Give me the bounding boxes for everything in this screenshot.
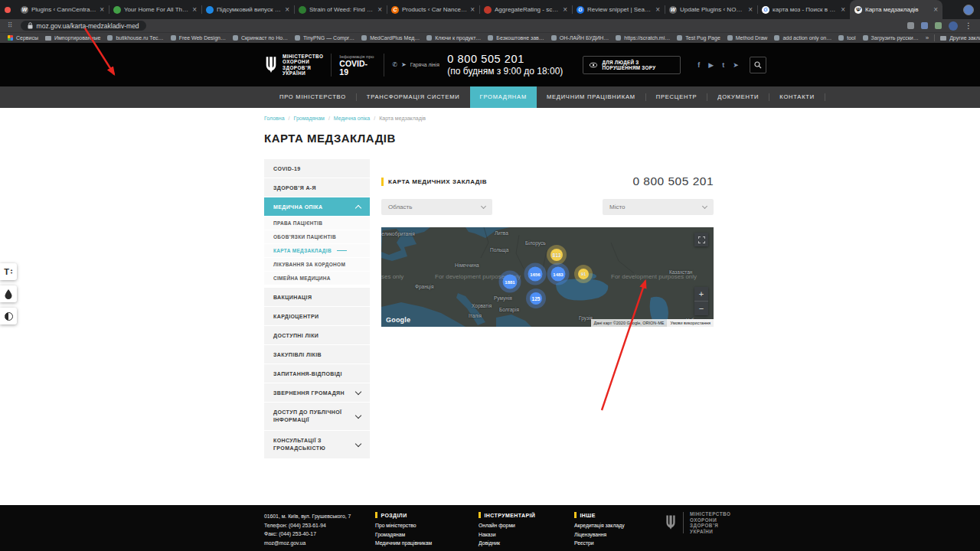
sidebar-item-covid[interactable]: COVID-19: [264, 159, 370, 178]
breadcrumb-link[interactable]: Громадянам: [294, 116, 325, 121]
map-fullscreen-button[interactable]: [694, 233, 708, 246]
sidebar-item-faq[interactable]: ЗАПИТАННЯ-ВІДПОВІДІ: [264, 364, 370, 383]
other-bookmarks-folder[interactable]: Другие закладки: [940, 35, 980, 41]
profile-avatar-icon[interactable]: [949, 21, 958, 31]
nav-item[interactable]: МЕДИЧНИМ ПРАЦІВНИКАМ: [537, 86, 645, 108]
sidebar-item-medicines[interactable]: ДОСТУПНІ ЛІКИ: [264, 326, 370, 344]
window-control-dot[interactable]: [5, 7, 11, 13]
contrast-button[interactable]: [0, 308, 17, 324]
tab-close-icon[interactable]: ×: [377, 6, 382, 14]
map-cluster[interactable]: 1483: [551, 267, 566, 282]
email-link[interactable]: moz@moz.gov.ua: [264, 539, 351, 548]
nav-item[interactable]: ТРАНСФОРМАЦІЯ СИСТЕМИ: [357, 86, 470, 108]
region-select[interactable]: Область: [381, 199, 492, 215]
nav-item[interactable]: ПРО МІНІСТЕРСТВО: [270, 86, 356, 108]
browser-tab[interactable]: GReview snippet | Search for G…×: [572, 0, 665, 19]
bookmark-item[interactable]: add action only on…: [774, 35, 831, 41]
bookmark-item[interactable]: tool: [838, 35, 855, 41]
sidebar-subitem[interactable]: ЛІКУВАННЯ ЗА КОРДОНОМ: [264, 258, 370, 271]
sidebar-item-vaccination[interactable]: ВАКЦИНАЦІЯ: [264, 288, 370, 306]
sidebar-item-consultations[interactable]: КОНСУЛЬТАЦІЇ З ГРОМАДСЬКІСТЮ: [264, 431, 370, 458]
profile-avatar[interactable]: [963, 5, 974, 15]
sidebar-item-procurement[interactable]: ЗАКУПІВЛІ ЛІКІВ: [264, 345, 370, 364]
browser-menu-icon[interactable]: ⋮: [965, 22, 972, 30]
extension-icon[interactable]: [921, 22, 928, 29]
bookmark-item[interactable]: Сервисы: [8, 35, 38, 41]
nav-item-active[interactable]: ГРОМАДЯНАМ: [470, 86, 537, 108]
covid-info-link[interactable]: Інформація про COVID-19: [339, 54, 376, 77]
google-logo[interactable]: Google: [386, 316, 410, 324]
telegram-icon[interactable]: ➤: [733, 61, 739, 69]
tab-close-icon[interactable]: ×: [748, 6, 753, 14]
map-cluster[interactable]: 125: [530, 292, 542, 305]
zoom-out-button[interactable]: −: [694, 302, 708, 315]
twitter-icon[interactable]: t: [722, 61, 724, 69]
browser-tab-active[interactable]: ΨКарта медзакладів×: [850, 0, 942, 19]
footer-link[interactable]: Довідник: [479, 539, 535, 548]
tab-close-icon[interactable]: ×: [655, 6, 660, 14]
bookmark-item[interactable]: Free Web Design…: [171, 35, 226, 41]
map-terms-link[interactable]: Умови використання: [667, 319, 714, 327]
sidebar-subitem[interactable]: ПРАВА ПАЦІЄНТІВ: [264, 217, 370, 230]
sidebar-item-health-az[interactable]: ЗДОРОВ’Я А-Я: [264, 178, 370, 197]
browser-tab[interactable]: WUpdate Plugins ‹ NOW Magaz…×: [665, 0, 757, 19]
browser-tab[interactable]: Strain of Weed: Find Strains, V…×: [294, 0, 387, 19]
sidebar-subitem[interactable]: ОБОВ’ЯЗКИ ПАЦІЄНТІВ: [264, 230, 370, 243]
city-select[interactable]: Місто: [603, 199, 714, 215]
bookmark-folder[interactable]: Импортированные: [45, 35, 100, 41]
sidebar-item-medical-care[interactable]: МЕДИЧНА ОПІКА: [264, 197, 370, 216]
google-map[interactable]: Великобританія Литва Білорусь Польща Нім…: [381, 227, 714, 327]
bookmark-item[interactable]: Test Pug Page: [677, 35, 720, 41]
footer-link[interactable]: Онлайн форми: [479, 521, 535, 530]
font-size-button[interactable]: T▲▼: [0, 263, 17, 280]
bookmark-item[interactable]: Безкоштовне зав…: [488, 35, 544, 41]
zoom-in-button[interactable]: +: [694, 287, 708, 302]
tab-close-icon[interactable]: ×: [933, 6, 938, 14]
map-cluster[interactable]: 1881: [503, 275, 518, 289]
bookmark-item[interactable]: https://scratch.mi…: [616, 35, 670, 41]
nav-item[interactable]: ДОКУМЕНТИ: [707, 86, 769, 108]
address-bar[interactable]: moz.gov.ua/karta-medzakladiv-med: [21, 21, 146, 31]
bookmark-item[interactable]: Скринкаст по Но…: [233, 35, 288, 41]
bookmark-item[interactable]: ОН-ЛАЙН БУДИН…: [551, 35, 609, 41]
tab-close-icon[interactable]: ×: [285, 6, 289, 14]
sidebar-item-appeals[interactable]: ЗВЕРНЕННЯ ГРОМАДЯН: [264, 383, 370, 402]
tab-search-icon[interactable]: ⠿: [8, 22, 13, 29]
sidebar-item-cardio[interactable]: КАРДІОЦЕНТРИ: [264, 307, 370, 325]
ministry-logo[interactable]: МІНІСТЕРСТВО ОХОРОНИ ЗДОРОВ’Я УКРАЇНИ: [264, 54, 323, 77]
browser-tab[interactable]: CProducts ‹ Car Nance — Worl…×: [387, 0, 479, 19]
browser-tab[interactable]: Підсумковий випуск нов…×: [201, 0, 294, 19]
bookmark-item[interactable]: MedCardPlus Мед…: [361, 35, 420, 41]
color-mode-button[interactable]: [0, 285, 17, 302]
tab-close-icon[interactable]: ×: [841, 6, 845, 14]
breadcrumb-link[interactable]: Головна: [264, 116, 285, 121]
extension-icon[interactable]: [907, 22, 914, 29]
bookmark-item[interactable]: Ключи к продукт…: [426, 35, 481, 41]
extension-icon[interactable]: [935, 22, 942, 29]
sidebar-item-public-info[interactable]: ДОСТУП ДО ПУБЛІЧНОЇ ІНФОРМАЦІЇ: [264, 403, 370, 430]
nav-item[interactable]: ПРЕСЦЕНТР: [646, 86, 707, 108]
browser-tab[interactable]: WPlugins ‹ CannCentral — Word…×: [16, 0, 109, 19]
bookmark-item[interactable]: TinyPNG — Compr…: [295, 35, 354, 41]
browser-tab[interactable]: AggregateRating - schema.or…×: [479, 0, 572, 19]
sidebar-subitem-current[interactable]: КАРТА МЕДЗАКЛАДІВ: [264, 244, 370, 257]
map-cluster[interactable]: 813: [550, 249, 563, 261]
tab-close-icon[interactable]: ×: [100, 6, 104, 14]
youtube-icon[interactable]: ▶: [708, 61, 714, 69]
tab-close-icon[interactable]: ×: [563, 6, 567, 14]
low-vision-button[interactable]: ДЛЯ ЛЮДЕЙ З ПОРУШЕННЯМ ЗОРУ: [583, 56, 681, 74]
facebook-icon[interactable]: f: [697, 61, 700, 69]
bookmark-item[interactable]: butikhouse.ru Тес…: [107, 35, 163, 41]
browser-tab[interactable]: Your Home For All Things Can…×: [109, 0, 201, 19]
map-cluster[interactable]: 1656: [528, 267, 543, 282]
footer-link[interactable]: Громадянам: [375, 530, 432, 540]
nav-item[interactable]: КОНТАКТИ: [769, 86, 825, 108]
tab-close-icon[interactable]: ×: [192, 6, 197, 14]
browser-tab[interactable]: Gкарта моз - Поиск в Google×: [757, 0, 850, 19]
tab-close-icon[interactable]: ×: [470, 6, 475, 14]
bookmark-item[interactable]: Загрузить русски…: [863, 35, 919, 41]
footer-link[interactable]: Про міністерство: [375, 521, 432, 530]
footer-link[interactable]: Накази: [479, 530, 535, 540]
bookmarks-overflow-icon[interactable]: »: [926, 34, 929, 41]
map-cluster[interactable]: 91: [578, 269, 589, 279]
